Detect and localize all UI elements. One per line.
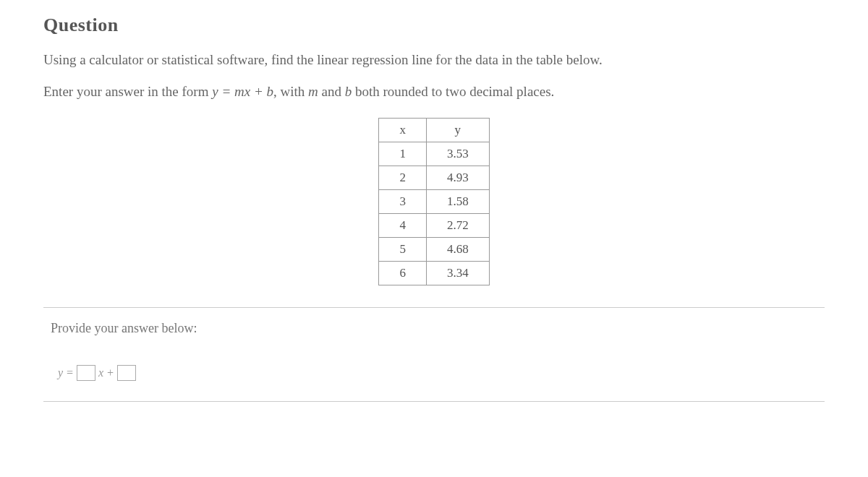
table-row: 3 1.58	[379, 189, 489, 213]
cell-y: 4.68	[426, 237, 489, 261]
slope-input[interactable]	[77, 365, 95, 381]
prompt-text-post: both rounded to two decimal places.	[352, 84, 554, 99]
question-heading: Question	[43, 14, 825, 36]
prompt-text-pre: Enter your answer in the form	[43, 84, 212, 99]
cell-x: 4	[379, 213, 427, 237]
cell-x: 2	[379, 166, 427, 189]
table-header-row: x y	[379, 118, 489, 142]
equation-input-row: y = x +	[51, 365, 817, 388]
table-row: 6 3.34	[379, 261, 489, 285]
equation-plus: +	[106, 366, 114, 379]
table-row: 2 4.93	[379, 166, 489, 189]
table-row: 4 2.72	[379, 213, 489, 237]
prompt-text-and: and	[318, 84, 345, 99]
cell-y: 3.34	[426, 261, 489, 285]
prompt-text-mid: , with	[273, 84, 308, 99]
table-row: 5 4.68	[379, 237, 489, 261]
cell-x: 1	[379, 142, 427, 166]
cell-x: 5	[379, 237, 427, 261]
equation-equals: =	[66, 366, 74, 379]
data-table: x y 1 3.53 2 4.93 3 1.58 4 2.72 5 4.68 6…	[378, 118, 489, 285]
equation-form: y = mx + b	[212, 84, 273, 99]
header-y: y	[426, 118, 489, 142]
answer-section: Provide your answer below: y = x +	[43, 307, 825, 402]
answer-label: Provide your answer below:	[51, 321, 817, 336]
equation-y: y	[58, 366, 63, 379]
table-row: 1 3.53	[379, 142, 489, 166]
cell-x: 3	[379, 189, 427, 213]
cell-y: 4.93	[426, 166, 489, 189]
cell-y: 3.53	[426, 142, 489, 166]
variable-m: m	[308, 84, 318, 99]
cell-x: 6	[379, 261, 427, 285]
intercept-input[interactable]	[117, 365, 136, 381]
equation-x: x	[98, 366, 103, 379]
prompt-line-1: Using a calculator or statistical softwa…	[43, 49, 825, 71]
cell-y: 1.58	[426, 189, 489, 213]
prompt-line-2: Enter your answer in the form y = mx + b…	[43, 81, 825, 103]
variable-b: b	[345, 84, 352, 99]
cell-y: 2.72	[426, 213, 489, 237]
header-x: x	[379, 118, 427, 142]
